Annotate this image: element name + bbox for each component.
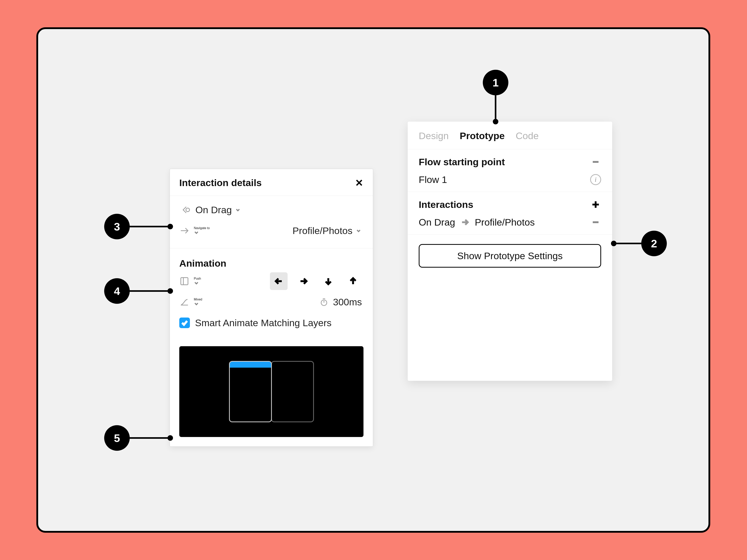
action-target-select[interactable]: Profile/Photos bbox=[292, 225, 361, 236]
animation-type-label: Push bbox=[194, 277, 201, 280]
trigger-label: On Drag bbox=[196, 204, 232, 215]
callout-leader bbox=[130, 290, 170, 292]
callout-badge-2: 2 bbox=[641, 231, 667, 256]
callout-leader bbox=[130, 437, 170, 439]
callout-4: 4 bbox=[104, 278, 170, 304]
close-icon[interactable] bbox=[355, 179, 363, 187]
action-verb-label: Navigate to bbox=[194, 226, 210, 230]
remove-interaction-button[interactable] bbox=[590, 217, 601, 228]
easing-select[interactable]: Mixed bbox=[194, 298, 202, 306]
animation-preview bbox=[179, 346, 363, 437]
callout-2: 2 bbox=[614, 231, 667, 256]
push-icon bbox=[179, 276, 189, 286]
animation-section: Animation Push bbox=[170, 248, 373, 340]
interaction-trigger-section: On Drag Navigate to bbox=[170, 196, 373, 248]
direction-group bbox=[270, 272, 363, 290]
tab-code[interactable]: Code bbox=[516, 130, 539, 141]
navigate-icon bbox=[179, 225, 189, 236]
animation-section-title: Animation bbox=[179, 252, 363, 271]
action-row: Navigate to Profile/Photos bbox=[179, 220, 363, 241]
interaction-details-header: Interaction details bbox=[170, 169, 373, 196]
callout-leader bbox=[130, 226, 170, 227]
direction-up-button[interactable] bbox=[344, 272, 362, 290]
flow-starting-point-block: Flow starting point Flow 1 i bbox=[408, 149, 612, 192]
canvas-stage: Interaction details On Drag bbox=[36, 27, 710, 533]
arrow-right-icon bbox=[461, 218, 469, 226]
interaction-row[interactable]: On Drag Profile/Photos bbox=[419, 210, 601, 228]
direction-right-button[interactable] bbox=[295, 272, 312, 290]
interactions-block: Interactions On Drag Profile/Photos bbox=[408, 192, 612, 235]
preview-frame-a bbox=[229, 361, 272, 422]
panel-tabs: Design Prototype Code bbox=[408, 122, 612, 149]
callout-leader bbox=[614, 243, 641, 244]
tab-prototype[interactable]: Prototype bbox=[460, 130, 505, 141]
callout-1: 1 bbox=[483, 70, 508, 122]
callout-badge-3: 3 bbox=[104, 214, 130, 239]
duration-field[interactable]: 300ms bbox=[333, 296, 362, 308]
easing-icon bbox=[179, 297, 189, 307]
prototype-side-panel: Design Prototype Code Flow starting poin… bbox=[408, 122, 612, 381]
callout-badge-4: 4 bbox=[104, 278, 130, 304]
remove-flow-button[interactable] bbox=[590, 156, 601, 167]
callout-leader bbox=[495, 95, 496, 122]
trigger-select[interactable]: On Drag bbox=[196, 204, 240, 215]
add-interaction-button[interactable] bbox=[590, 199, 601, 210]
action-target-label: Profile/Photos bbox=[292, 225, 353, 236]
animation-type-select[interactable]: Push bbox=[194, 277, 201, 286]
interaction-target: Profile/Photos bbox=[475, 217, 535, 228]
animation-easing-row: Mixed 300ms bbox=[179, 292, 363, 313]
callout-badge-5: 5 bbox=[104, 425, 130, 451]
chevron-down-icon bbox=[194, 301, 202, 306]
animation-preview-wrap bbox=[170, 340, 373, 447]
panel-filler bbox=[408, 278, 612, 381]
easing-label: Mixed bbox=[194, 298, 202, 301]
callout-5: 5 bbox=[104, 425, 170, 451]
chevron-down-icon bbox=[194, 281, 201, 286]
chevron-down-icon bbox=[194, 230, 210, 235]
stopwatch-icon bbox=[319, 297, 329, 307]
preview-frame-b bbox=[271, 361, 314, 422]
chevron-down-icon bbox=[235, 207, 240, 212]
direction-left-button[interactable] bbox=[270, 272, 288, 290]
callout-badge-1: 1 bbox=[483, 70, 508, 95]
animation-type-row: Push bbox=[179, 271, 363, 292]
interactions-section-title: Interactions bbox=[419, 199, 473, 210]
chevron-down-icon bbox=[356, 228, 361, 233]
svg-point-0 bbox=[186, 208, 189, 212]
interaction-trigger: On Drag bbox=[419, 217, 455, 228]
svg-rect-1 bbox=[181, 278, 188, 285]
interaction-details-title: Interaction details bbox=[179, 177, 262, 188]
trigger-row: On Drag bbox=[179, 199, 363, 220]
flow-name-field[interactable]: Flow 1 bbox=[419, 174, 447, 185]
info-icon[interactable]: i bbox=[590, 174, 601, 185]
action-verb-select[interactable]: Navigate to bbox=[194, 226, 210, 235]
callout-3: 3 bbox=[104, 214, 170, 239]
direction-down-button[interactable] bbox=[319, 272, 337, 290]
tab-design[interactable]: Design bbox=[419, 130, 449, 141]
show-prototype-settings-button[interactable]: Show Prototype Settings bbox=[419, 244, 601, 268]
drag-icon bbox=[179, 204, 191, 216]
smart-animate-row: Smart Animate Matching Layers bbox=[179, 313, 363, 333]
prototype-settings-wrap: Show Prototype Settings bbox=[408, 235, 612, 278]
smart-animate-checkbox[interactable] bbox=[179, 318, 190, 328]
interaction-details-panel: Interaction details On Drag bbox=[170, 169, 373, 447]
smart-animate-label: Smart Animate Matching Layers bbox=[195, 317, 331, 328]
flow-section-title: Flow starting point bbox=[419, 156, 505, 167]
